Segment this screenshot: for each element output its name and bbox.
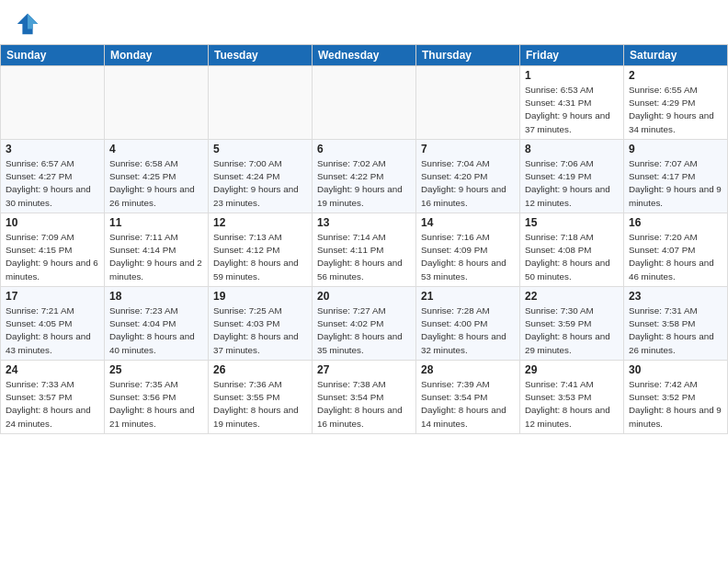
calendar-cell: 4Sunrise: 6:58 AMSunset: 4:25 PMDaylight… (105, 140, 209, 213)
day-info: Sunrise: 7:07 AMSunset: 4:17 PMDaylight:… (629, 157, 722, 210)
weekday-header-sunday: Sunday (1, 45, 105, 66)
calendar-cell: 11Sunrise: 7:11 AMSunset: 4:14 PMDayligh… (105, 213, 209, 287)
calendar-cell: 16Sunrise: 7:20 AMSunset: 4:07 PMDayligh… (624, 213, 728, 287)
header (0, 0, 728, 44)
calendar-cell: 22Sunrise: 7:30 AMSunset: 3:59 PMDayligh… (520, 287, 624, 361)
day-info: Sunrise: 7:18 AMSunset: 4:08 PMDaylight:… (525, 231, 619, 283)
week-row-5: 24Sunrise: 7:33 AMSunset: 3:57 PMDayligh… (1, 361, 728, 434)
day-info: Sunrise: 6:55 AMSunset: 4:29 PMDaylight:… (629, 84, 722, 136)
weekday-header-thursday: Thursday (416, 45, 520, 66)
day-number: 1 (525, 69, 619, 82)
logo-icon (15, 11, 40, 37)
calendar-cell: 10Sunrise: 7:09 AMSunset: 4:15 PMDayligh… (1, 213, 105, 287)
day-number: 12 (213, 216, 307, 229)
calendar-cell: 28Sunrise: 7:39 AMSunset: 3:54 PMDayligh… (416, 361, 520, 434)
day-number: 2 (629, 69, 722, 82)
weekday-header-saturday: Saturday (624, 45, 728, 66)
day-info: Sunrise: 7:39 AMSunset: 3:54 PMDaylight:… (421, 378, 515, 431)
calendar-cell: 7Sunrise: 7:04 AMSunset: 4:20 PMDaylight… (416, 140, 520, 213)
calendar-cell (1, 66, 105, 140)
day-number: 18 (109, 290, 203, 303)
day-number: 27 (317, 363, 411, 376)
day-info: Sunrise: 7:42 AMSunset: 3:52 PMDaylight:… (629, 378, 722, 431)
day-info: Sunrise: 7:25 AMSunset: 4:03 PMDaylight:… (213, 304, 307, 357)
calendar-cell: 12Sunrise: 7:13 AMSunset: 4:12 PMDayligh… (209, 213, 313, 287)
calendar-cell: 1Sunrise: 6:53 AMSunset: 4:31 PMDaylight… (520, 66, 624, 140)
svg-marker-1 (28, 14, 38, 29)
calendar-cell: 26Sunrise: 7:36 AMSunset: 3:55 PMDayligh… (209, 361, 313, 434)
day-info: Sunrise: 7:04 AMSunset: 4:20 PMDaylight:… (421, 157, 515, 210)
calendar-cell: 20Sunrise: 7:27 AMSunset: 4:02 PMDayligh… (313, 287, 416, 361)
day-info: Sunrise: 7:31 AMSunset: 3:58 PMDaylight:… (629, 304, 722, 357)
day-info: Sunrise: 7:20 AMSunset: 4:07 PMDaylight:… (629, 231, 722, 283)
day-number: 25 (109, 363, 203, 376)
day-number: 13 (317, 216, 411, 229)
calendar-cell: 23Sunrise: 7:31 AMSunset: 3:58 PMDayligh… (624, 287, 728, 361)
day-info: Sunrise: 7:38 AMSunset: 3:54 PMDaylight:… (317, 378, 411, 431)
day-info: Sunrise: 7:33 AMSunset: 3:57 PMDaylight:… (6, 378, 99, 431)
calendar-cell: 15Sunrise: 7:18 AMSunset: 4:08 PMDayligh… (520, 213, 624, 287)
day-info: Sunrise: 7:23 AMSunset: 4:04 PMDaylight:… (109, 304, 203, 357)
day-number: 21 (421, 290, 515, 303)
day-number: 9 (629, 143, 722, 155)
day-info: Sunrise: 7:41 AMSunset: 3:53 PMDaylight:… (525, 378, 619, 431)
week-row-2: 3Sunrise: 6:57 AMSunset: 4:27 PMDaylight… (1, 140, 728, 213)
day-info: Sunrise: 6:57 AMSunset: 4:27 PMDaylight:… (6, 157, 99, 210)
day-number: 7 (421, 143, 515, 155)
day-info: Sunrise: 7:35 AMSunset: 3:56 PMDaylight:… (109, 378, 203, 431)
day-info: Sunrise: 7:16 AMSunset: 4:09 PMDaylight:… (421, 231, 515, 283)
day-info: Sunrise: 7:11 AMSunset: 4:14 PMDaylight:… (109, 231, 203, 283)
day-info: Sunrise: 6:53 AMSunset: 4:31 PMDaylight:… (525, 84, 619, 136)
calendar: SundayMondayTuesdayWednesdayThursdayFrid… (0, 44, 728, 434)
calendar-cell: 29Sunrise: 7:41 AMSunset: 3:53 PMDayligh… (520, 361, 624, 434)
calendar-cell: 2Sunrise: 6:55 AMSunset: 4:29 PMDaylight… (624, 66, 728, 140)
calendar-cell: 19Sunrise: 7:25 AMSunset: 4:03 PMDayligh… (209, 287, 313, 361)
day-info: Sunrise: 7:14 AMSunset: 4:11 PMDaylight:… (317, 231, 411, 283)
day-info: Sunrise: 7:00 AMSunset: 4:24 PMDaylight:… (213, 157, 307, 210)
calendar-cell: 13Sunrise: 7:14 AMSunset: 4:11 PMDayligh… (313, 213, 416, 287)
day-info: Sunrise: 7:21 AMSunset: 4:05 PMDaylight:… (6, 304, 99, 357)
day-number: 3 (6, 143, 99, 155)
day-info: Sunrise: 6:58 AMSunset: 4:25 PMDaylight:… (109, 157, 203, 210)
day-info: Sunrise: 7:28 AMSunset: 4:00 PMDaylight:… (421, 304, 515, 357)
calendar-cell: 14Sunrise: 7:16 AMSunset: 4:09 PMDayligh… (416, 213, 520, 287)
day-number: 22 (525, 290, 619, 303)
day-number: 24 (6, 363, 99, 376)
calendar-cell: 17Sunrise: 7:21 AMSunset: 4:05 PMDayligh… (1, 287, 105, 361)
calendar-cell: 25Sunrise: 7:35 AMSunset: 3:56 PMDayligh… (105, 361, 209, 434)
day-info: Sunrise: 7:09 AMSunset: 4:15 PMDaylight:… (6, 231, 99, 283)
day-number: 5 (213, 143, 307, 155)
day-info: Sunrise: 7:06 AMSunset: 4:19 PMDaylight:… (525, 157, 619, 210)
calendar-cell (209, 66, 313, 140)
day-number: 8 (525, 143, 619, 155)
calendar-cell: 30Sunrise: 7:42 AMSunset: 3:52 PMDayligh… (624, 361, 728, 434)
weekday-header-wednesday: Wednesday (313, 45, 416, 66)
calendar-cell (105, 66, 209, 140)
day-info: Sunrise: 7:27 AMSunset: 4:02 PMDaylight:… (317, 304, 411, 357)
calendar-cell: 24Sunrise: 7:33 AMSunset: 3:57 PMDayligh… (1, 361, 105, 434)
day-info: Sunrise: 7:30 AMSunset: 3:59 PMDaylight:… (525, 304, 619, 357)
logo (15, 11, 44, 37)
day-number: 16 (629, 216, 722, 229)
calendar-cell (313, 66, 416, 140)
weekday-header-tuesday: Tuesday (209, 45, 313, 66)
day-number: 28 (421, 363, 515, 376)
day-info: Sunrise: 7:36 AMSunset: 3:55 PMDaylight:… (213, 378, 307, 431)
day-number: 29 (525, 363, 619, 376)
day-number: 6 (317, 143, 411, 155)
day-number: 23 (629, 290, 722, 303)
calendar-cell: 8Sunrise: 7:06 AMSunset: 4:19 PMDaylight… (520, 140, 624, 213)
calendar-cell: 3Sunrise: 6:57 AMSunset: 4:27 PMDaylight… (1, 140, 105, 213)
weekday-header-monday: Monday (105, 45, 209, 66)
day-number: 11 (109, 216, 203, 229)
calendar-cell (416, 66, 520, 140)
week-row-4: 17Sunrise: 7:21 AMSunset: 4:05 PMDayligh… (1, 287, 728, 361)
weekday-header-friday: Friday (520, 45, 624, 66)
week-row-1: 1Sunrise: 6:53 AMSunset: 4:31 PMDaylight… (1, 66, 728, 140)
day-number: 19 (213, 290, 307, 303)
day-number: 10 (6, 216, 99, 229)
calendar-cell: 9Sunrise: 7:07 AMSunset: 4:17 PMDaylight… (624, 140, 728, 213)
calendar-cell: 5Sunrise: 7:00 AMSunset: 4:24 PMDaylight… (209, 140, 313, 213)
weekday-header-row: SundayMondayTuesdayWednesdayThursdayFrid… (1, 45, 728, 66)
calendar-cell: 6Sunrise: 7:02 AMSunset: 4:22 PMDaylight… (313, 140, 416, 213)
